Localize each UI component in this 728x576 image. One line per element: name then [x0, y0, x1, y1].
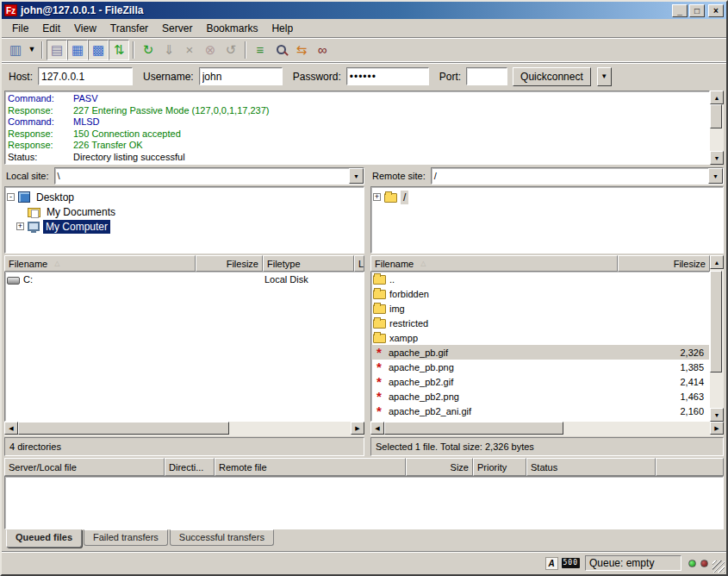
scroll-track[interactable]	[710, 104, 724, 151]
menu-transfer[interactable]: Transfer	[103, 20, 155, 37]
process-queue-button[interactable]: ⇓	[159, 40, 179, 60]
cell-filesize: 1,385	[657, 362, 709, 373]
tab-successful-transfers[interactable]: Successful transfers	[170, 529, 274, 546]
site-manager-dropdown-button[interactable]: ▼	[26, 40, 38, 60]
column-filetype[interactable]: Filetype	[263, 255, 354, 272]
local-site-path[interactable]: \	[55, 171, 349, 181]
scroll-thumb[interactable]	[18, 422, 229, 435]
scroll-thumb[interactable]	[710, 271, 722, 373]
log-vertical-scrollbar[interactable]: ▲ ▼	[710, 91, 724, 165]
scroll-right-icon[interactable]: ▶	[351, 422, 364, 435]
column-remote-file[interactable]: Remote file	[215, 458, 406, 476]
scroll-up-icon[interactable]: ▲	[710, 91, 724, 104]
menu-edit[interactable]: Edit	[35, 20, 67, 37]
column-filesize[interactable]: Filesize	[618, 255, 710, 272]
remote-row-file[interactable]: * apache_pb2.png 1,463	[371, 389, 709, 404]
tree-item-root[interactable]: + /	[373, 190, 721, 204]
username-input[interactable]	[199, 67, 283, 85]
tree-item-my-computer[interactable]: + My Computer	[7, 219, 362, 234]
menu-server[interactable]: Server	[155, 20, 199, 37]
cancel-operation-button[interactable]: ×	[179, 40, 200, 60]
scroll-track[interactable]	[710, 269, 724, 408]
tab-failed-transfers[interactable]: Failed transfers	[84, 529, 168, 546]
tree-item-desktop[interactable]: - Desktop	[7, 190, 362, 204]
remote-row-folder[interactable]: xampp	[371, 330, 709, 345]
scroll-up-icon[interactable]: ▲	[710, 255, 724, 269]
column-filename[interactable]: Filename △	[4, 255, 196, 272]
remote-row-file[interactable]: * apache_pb.png 1,385	[371, 360, 709, 374]
toggle-message-log-button[interactable]: ▤	[47, 40, 67, 60]
pane-splitter[interactable]	[364, 166, 370, 456]
column-priority[interactable]: Priority	[473, 458, 526, 476]
column-status[interactable]: Status	[526, 458, 656, 476]
tree-label[interactable]: Desktop	[34, 191, 77, 204]
expand-icon[interactable]: +	[373, 193, 381, 201]
tree-label[interactable]: /	[401, 191, 408, 204]
resize-grip[interactable]	[712, 560, 725, 573]
toggle-transfer-queue-button[interactable]: ⇅	[109, 40, 129, 60]
column-filesize[interactable]: Filesize	[196, 255, 263, 272]
site-manager-button[interactable]: ▥	[5, 40, 26, 60]
collapse-icon[interactable]: -	[7, 193, 15, 201]
menu-view[interactable]: View	[67, 20, 103, 37]
tree-label[interactable]: My Computer	[43, 220, 110, 234]
maximize-button[interactable]: □	[689, 4, 705, 17]
menu-help[interactable]: Help	[264, 20, 300, 37]
password-input[interactable]	[346, 67, 429, 85]
port-input[interactable]	[466, 67, 507, 85]
disconnect-button[interactable]: ⊗	[200, 40, 221, 60]
column-filename[interactable]: Filename △	[370, 255, 618, 272]
file-search-button[interactable]: ∞	[312, 40, 333, 60]
minimize-button[interactable]: _	[672, 4, 688, 17]
local-horizontal-scrollbar[interactable]: ◀ ▶	[4, 422, 364, 436]
scroll-thumb[interactable]	[710, 104, 722, 128]
remote-site-combo[interactable]: / ▼	[431, 167, 724, 185]
scroll-track[interactable]	[18, 422, 351, 436]
column-direction[interactable]: Directi...	[165, 458, 215, 476]
remote-row-folder[interactable]: forbidden	[371, 286, 709, 301]
remote-row-folder[interactable]: img	[371, 301, 709, 316]
local-site-combo[interactable]: \ ▼	[54, 167, 364, 185]
scroll-right-icon[interactable]: ▶	[710, 422, 724, 435]
column-lastmodified[interactable]: L	[354, 255, 364, 272]
menu-bookmarks[interactable]: Bookmarks	[199, 20, 264, 37]
remote-row-folder[interactable]: restricted	[371, 316, 709, 330]
synchronized-browsing-button[interactable]: ⇆	[291, 40, 312, 60]
column-size[interactable]: Size	[406, 458, 473, 476]
filter-button[interactable]: ≡	[250, 40, 271, 60]
tree-label[interactable]: My Documents	[44, 205, 118, 219]
scroll-down-icon[interactable]: ▼	[710, 151, 724, 165]
toggle-remote-tree-button[interactable]: ▩	[88, 40, 109, 60]
transfer-type-icon[interactable]: A	[545, 557, 558, 570]
reconnect-button[interactable]: ↺	[221, 40, 241, 60]
toggle-local-tree-button[interactable]: ▦	[67, 40, 88, 60]
local-row-c-drive[interactable]: C: Local Disk	[5, 272, 364, 286]
tab-queued-files[interactable]: Queued files	[6, 529, 82, 548]
remote-horizontal-scrollbar[interactable]: ◀ ▶	[370, 422, 724, 436]
scroll-thumb[interactable]	[384, 422, 563, 435]
remote-site-path[interactable]: /	[432, 171, 708, 181]
quickconnect-dropdown-button[interactable]: ▼	[597, 67, 612, 86]
scroll-down-icon[interactable]: ▼	[710, 408, 724, 422]
directory-comparison-button[interactable]	[271, 40, 291, 60]
queue-list[interactable]	[4, 476, 724, 529]
scroll-track[interactable]	[384, 422, 710, 436]
scroll-left-icon[interactable]: ◀	[4, 422, 18, 435]
refresh-button[interactable]: ↻	[138, 40, 159, 60]
remote-site-dropdown[interactable]: ▼	[708, 168, 723, 184]
tree-item-my-documents[interactable]: My Documents	[7, 204, 362, 219]
remote-row-parent[interactable]: ..	[371, 272, 709, 286]
column-server-local-file[interactable]: Server/Local file	[4, 458, 165, 476]
menu-file[interactable]: File	[5, 20, 35, 37]
host-input[interactable]	[38, 67, 133, 85]
remote-row-file[interactable]: * apache_pb2.gif 2,414	[371, 374, 709, 389]
local-site-dropdown[interactable]: ▼	[349, 168, 364, 184]
remote-row-file-selected[interactable]: * apache_pb.gif 2,326	[371, 345, 709, 360]
close-button[interactable]: ×	[708, 4, 724, 17]
remote-row-file[interactable]: * apache_pb2_ani.gif 2,160	[371, 404, 709, 418]
remote-vertical-scrollbar[interactable]: ▲ ▼	[710, 255, 724, 422]
expand-icon[interactable]: +	[16, 222, 24, 230]
scroll-left-icon[interactable]: ◀	[370, 422, 384, 435]
speed-limit-icon[interactable]: 500	[562, 558, 580, 568]
quickconnect-button[interactable]: Quickconnect	[513, 67, 591, 86]
